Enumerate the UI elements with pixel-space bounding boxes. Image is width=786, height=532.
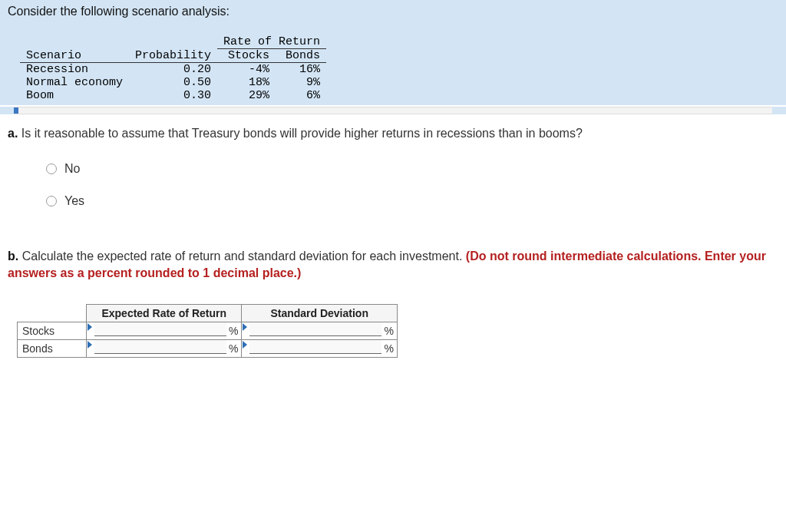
input-marker-icon [243, 341, 247, 349]
radio-label: No [64, 162, 80, 176]
stocks-expected-return-input[interactable] [94, 322, 226, 336]
cell-stocks: -4% [217, 63, 276, 77]
radio-group-a: No Yes [0, 145, 786, 225]
col-bonds: Bonds [276, 49, 326, 63]
cell-bonds: 16% [276, 63, 326, 77]
table-row: Normal economy 0.50 18% 9% [20, 76, 326, 89]
cell-stocks: 18% [217, 76, 276, 89]
col-scenario: Scenario [20, 49, 129, 63]
col-stocks: Stocks [217, 49, 276, 63]
table-row: Stocks % % [18, 322, 398, 340]
cell-scenario: Normal economy [20, 76, 129, 89]
question-a-number: a. [8, 127, 18, 140]
radio-option-no[interactable]: No [46, 153, 778, 185]
radio-option-yes[interactable]: Yes [46, 185, 778, 217]
unit-label: % [229, 325, 241, 337]
cell-scenario: Recession [20, 63, 129, 77]
horizontal-scrollbar[interactable] [14, 107, 772, 114]
col-probability: Probability [129, 49, 217, 63]
cell-bonds: 9% [276, 76, 326, 89]
stocks-stddev-input[interactable] [249, 322, 381, 336]
row-bonds-label: Bonds [18, 340, 87, 358]
cell-probability: 0.20 [129, 63, 217, 77]
intro-text: Consider the following scenario analysis… [0, 0, 786, 32]
radio-icon [46, 196, 57, 207]
question-a-text: Is it reasonable to assume that Treasury… [21, 127, 583, 140]
unit-label: % [384, 325, 396, 337]
cell-probability: 0.50 [129, 76, 217, 89]
rate-of-return-header: Rate of Return [217, 35, 326, 49]
table-row: Bonds % % [18, 340, 398, 358]
bonds-stddev-input[interactable] [249, 340, 381, 354]
input-marker-icon [243, 323, 247, 331]
col-expected-return: Expected Rate of Return [87, 305, 242, 322]
unit-label: % [384, 342, 396, 355]
unit-label: % [229, 342, 241, 355]
col-std-dev: Standard Deviation [242, 305, 397, 322]
scenario-table: Rate of Return Scenario Probability Stoc… [20, 35, 326, 102]
cell-bonds: 6% [276, 89, 326, 102]
question-b: b. Calculate the expected rate of return… [0, 225, 786, 289]
input-marker-icon [88, 323, 92, 331]
radio-label: Yes [64, 194, 84, 208]
bonds-expected-return-input[interactable] [94, 340, 226, 354]
table-row: Recession 0.20 -4% 16% [20, 63, 326, 77]
input-marker-icon [88, 341, 92, 349]
question-a: a. Is it reasonable to assume that Treas… [0, 116, 786, 145]
answer-table: Expected Rate of Return Standard Deviati… [17, 304, 398, 358]
question-b-text: Calculate the expected rate of return an… [22, 249, 466, 263]
radio-icon [46, 164, 57, 174]
cell-scenario: Boom [20, 89, 129, 102]
cell-probability: 0.30 [129, 89, 217, 102]
table-row: Boom 0.30 29% 6% [20, 89, 326, 102]
row-stocks-label: Stocks [18, 322, 87, 340]
question-b-number: b. [8, 249, 18, 263]
scenario-table-container: Rate of Return Scenario Probability Stoc… [0, 32, 786, 105]
cell-stocks: 29% [217, 89, 276, 102]
